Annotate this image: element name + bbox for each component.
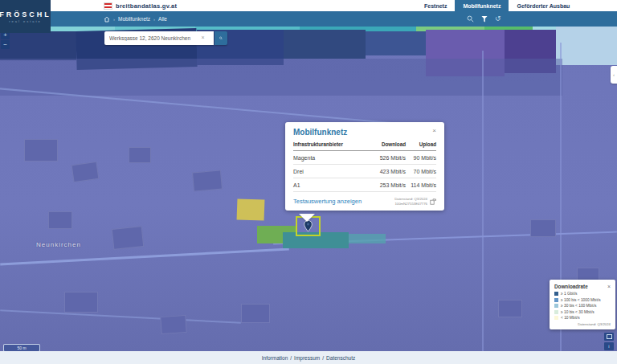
table-row: Magenta 526 Mbit/s 90 Mbit/s <box>293 151 436 165</box>
popup-title: Mobilfunknetz <box>293 128 347 137</box>
brand-title: breitbandatlas.gv.at <box>116 2 177 10</box>
upload-value: 90 Mbit/s <box>406 155 436 161</box>
map-place-label: Neunkirchen <box>36 241 81 248</box>
footer-link-datenschutz[interactable]: Datenschutz <box>326 355 355 361</box>
download-value: 253 Mbit/s <box>364 182 406 188</box>
froeschl-logo: FRÖSCHL real estate <box>0 0 51 33</box>
toolbar-icons: ↺ <box>467 11 501 27</box>
reset-view-icon[interactable]: ↺ <box>495 15 501 22</box>
header-top-bar: breitbandatlas.gv.at Festnetz Mobilfunkn… <box>51 0 617 11</box>
popup-status: Datenstand: Q3/2024 100mN27553E47776 <box>394 197 436 206</box>
tab-gefoerderter-ausbau[interactable]: Geförderter Ausbau <box>509 0 578 11</box>
close-icon[interactable]: × <box>607 284 611 289</box>
legend-item: ≥ 100 bis < 1000 Mbit/s <box>554 298 611 302</box>
copy-cell-id-icon[interactable] <box>430 198 436 205</box>
location-pin-icon <box>304 220 313 232</box>
tab-festnetz[interactable]: Festnetz <box>416 0 455 11</box>
footer-link-impressum[interactable]: Impressum <box>294 355 320 361</box>
provider-table: Infrastrukturanbieter Download Upload Ma… <box>293 141 436 192</box>
provider-name: Magenta <box>293 155 364 161</box>
legend-item: ≥ 1 Gbit/s <box>554 292 611 296</box>
legend-item: ≥ 10 bis < 30 Mbit/s <box>554 310 611 314</box>
legend-swatch <box>554 310 558 314</box>
legend-item: < 10 Mbit/s <box>554 316 611 320</box>
filter-icon[interactable] <box>481 16 488 22</box>
extent-icon <box>607 334 612 339</box>
legend-data-status: Datenstand: Q3/2024 <box>554 322 611 326</box>
download-value: 526 Mbit/s <box>364 155 406 161</box>
address-search: × <box>104 31 227 45</box>
panel-collapse-handle[interactable]: ‹ <box>611 66 617 84</box>
legend-title: Downloadrate <box>554 284 588 289</box>
extent-button[interactable] <box>604 333 614 341</box>
tab-mobilfunknetz[interactable]: Mobilfunknetz <box>455 0 509 11</box>
table-header-row: Infrastrukturanbieter Download Upload <box>293 141 436 151</box>
upload-value: 70 Mbit/s <box>406 169 436 174</box>
logo-title: FRÖSCHL <box>0 10 51 18</box>
attribution-button[interactable]: i <box>604 342 614 350</box>
main-tabs: Festnetz Mobilfunknetz Geförderter Ausba… <box>416 0 578 11</box>
logo-subtitle: real estate <box>9 19 42 23</box>
search-icon[interactable] <box>467 15 474 22</box>
footer-separator: / <box>290 355 292 361</box>
table-row: A1 253 Mbit/s 114 Mbit/s <box>293 178 436 192</box>
upload-value: 114 Mbit/s <box>406 182 436 188</box>
legend-swatch <box>554 298 558 302</box>
zoom-out-button[interactable]: − <box>1 40 10 49</box>
legend-swatch <box>554 304 558 308</box>
zoom-control: + − <box>1 31 10 49</box>
col-upload: Upload <box>406 141 436 147</box>
breadcrumb-separator: › <box>113 17 115 22</box>
footer-bar: Information / Impressum / Datenschutz <box>0 351 617 364</box>
popup-data-status: Datenstand: Q3/2024 <box>394 197 427 201</box>
popup-cell-id: 100mN27553E47776 <box>394 202 427 206</box>
col-infrastrukturanbieter: Infrastrukturanbieter <box>293 141 364 147</box>
search-submit-button[interactable] <box>215 31 227 45</box>
breadcrumb-mobilfunknetz[interactable]: Mobilfunknetz <box>118 16 150 22</box>
header-blue-bar: › Mobilfunknetz › Alle ↺ <box>51 11 617 27</box>
close-icon[interactable]: × <box>432 128 436 134</box>
mobilfunknetz-popup: Mobilfunknetz × Infrastrukturanbieter Do… <box>285 122 444 211</box>
provider-name: Drei <box>293 169 364 174</box>
legend-swatch <box>554 292 558 296</box>
legend-swatch <box>554 316 558 320</box>
download-value: 423 Mbit/s <box>364 169 406 174</box>
popup-callout-arrow <box>299 214 315 222</box>
breadcrumb-alle[interactable]: Alle <box>158 16 167 22</box>
search-input[interactable] <box>104 31 214 45</box>
footer-separator: / <box>322 355 324 361</box>
brand-home-link[interactable]: breitbandatlas.gv.at <box>104 0 177 11</box>
provider-name: A1 <box>293 182 364 188</box>
breadcrumb: › Mobilfunknetz › Alle <box>104 11 167 27</box>
clear-search-icon[interactable]: × <box>199 35 206 40</box>
legend-item: ≥ 30 bis < 100 Mbit/s <box>554 304 611 308</box>
download-legend: Downloadrate × ≥ 1 Gbit/s ≥ 100 bis < 10… <box>550 280 615 329</box>
breadcrumb-separator: › <box>153 17 155 22</box>
search-icon <box>219 35 223 42</box>
table-row: Drei 423 Mbit/s 70 Mbit/s <box>293 165 436 178</box>
info-icon: i <box>608 344 609 349</box>
footer-link-information[interactable]: Information <box>262 355 288 361</box>
map-corner-buttons: i <box>604 333 614 350</box>
col-download: Download <box>364 141 406 147</box>
home-icon[interactable] <box>104 16 110 22</box>
austria-flag-icon <box>104 2 112 10</box>
app-window: Neunkirchen FRÖSCHL real estate breitban… <box>0 0 617 364</box>
testauswertung-link[interactable]: Testauswertung anzeigen <box>293 198 362 205</box>
